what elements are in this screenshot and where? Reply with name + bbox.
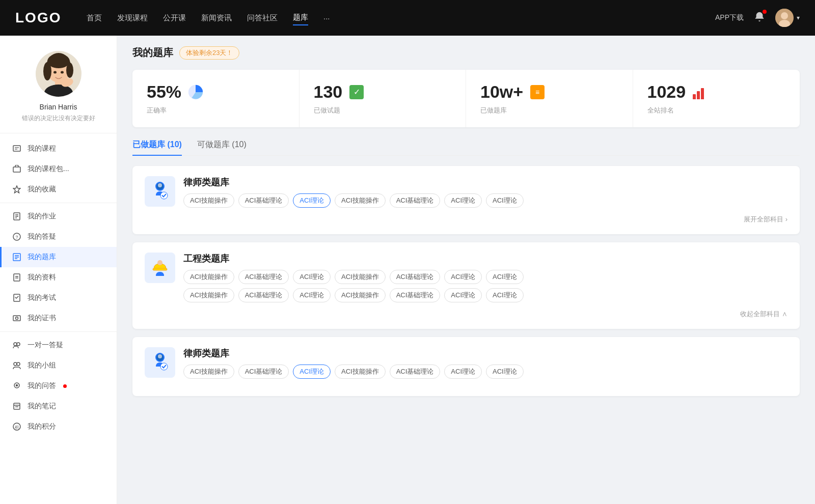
main-layout: Brian Harris 错误的决定比没有决定要好 我的课程 我的课程包... [0,36,815,504]
svg-point-36 [17,343,20,346]
tag-2-8[interactable]: ACI技能操作 [183,288,234,302]
qbank-info-2: 工程类题库 ACI技能操作 ACI基础理论 ACI理论 ACI技能操作 ACI基… [183,253,787,302]
sidebar-item-oneone[interactable]: 一对一答疑 [0,335,117,355]
qbank-icon [12,253,21,262]
svg-point-38 [17,362,20,366]
tag-2-14[interactable]: ACI理论 [486,288,524,302]
qbank-tags-2-row1: ACI技能操作 ACI基础理论 ACI理论 ACI技能操作 ACI基础理论 AC… [183,270,787,284]
tab-available-banks[interactable]: 可做题库 (10) [197,139,247,155]
tag-3-1[interactable]: ACI技能操作 [183,365,234,379]
tag-1-7[interactable]: ACI理论 [486,193,524,208]
tag-2-11[interactable]: ACI技能操作 [335,288,386,302]
svg-point-51 [157,260,162,265]
tag-1-3[interactable]: ACI理论 [293,193,331,208]
qa-badge [63,384,67,388]
tag-3-7[interactable]: ACI理论 [486,365,524,379]
svg-point-6 [47,54,70,68]
tag-3-4[interactable]: ACI技能操作 [335,365,386,379]
sidebar-label-group: 我的小组 [28,361,56,370]
sidebar-item-package[interactable]: 我的课程包... [0,159,117,179]
qbank-info-1: 律师类题库 ACI技能操作 ACI基础理论 ACI理论 ACI技能操作 ACI基… [183,176,787,208]
svg-point-8 [66,63,73,78]
sidebar-item-course[interactable]: 我的课程 [0,138,117,159]
tab-done-banks[interactable]: 已做题库 (10) [132,139,182,155]
qbank-header-2: 工程类题库 ACI技能操作 ACI基础理论 ACI理论 ACI技能操作 ACI基… [145,253,787,302]
stat-rank: 1029 全站排名 [633,70,800,127]
nav-qbank[interactable]: 题库 [293,11,308,25]
sidebar-item-group[interactable]: 我的小组 [0,355,117,376]
qbank-tags-2-row2: ACI技能操作 ACI基础理论 ACI理论 ACI技能操作 ACI基础理论 AC… [183,288,787,302]
collapse-link-2[interactable]: 收起全部科目 ∧ [740,310,787,319]
sidebar-label-qa-personal: 我的答疑 [28,232,56,241]
page-title: 我的题库 [132,46,173,60]
qbank-info-3: 律师类题库 ACI技能操作 ACI基础理论 ACI理论 ACI技能操作 ACI基… [183,347,787,379]
nav-open-course[interactable]: 公开课 [163,11,186,25]
stat-accuracy: 55% 正确率 [132,70,300,127]
stat-value-banks: 10w+ [480,82,523,102]
tag-2-6[interactable]: ACI理论 [444,270,482,284]
svg-point-35 [14,343,17,346]
app-download-link[interactable]: APP下载 [715,13,744,22]
sidebar-item-notes[interactable]: 我的笔记 [0,396,117,416]
expand-link-1[interactable]: 展开全部科目 › [744,215,787,224]
stat-done-questions: 130 ✓ 已做试题 [300,70,467,127]
tag-3-6[interactable]: ACI理论 [444,365,482,379]
tag-1-5[interactable]: ACI基础理论 [390,193,441,208]
sidebar-item-qbank[interactable]: 我的题库 [0,247,117,267]
tag-2-7[interactable]: ACI理论 [486,270,524,284]
sidebar-label-favorites: 我的收藏 [28,185,56,194]
tag-1-6[interactable]: ACI理论 [444,193,482,208]
qa-icon [12,381,21,390]
stat-label-accuracy: 正确率 [147,106,285,115]
tag-3-5[interactable]: ACI基础理论 [390,365,441,379]
logo[interactable]: LOGO [15,10,66,26]
sidebar-item-homework[interactable]: 我的作业 [0,206,117,227]
user-avatar-menu[interactable]: ▾ [775,9,800,27]
tag-2-12[interactable]: ACI基础理论 [390,288,441,302]
sidebar-item-resources[interactable]: 我的资料 [0,267,117,288]
tag-1-2[interactable]: ACI基础理论 [238,193,289,208]
sidebar-label-package: 我的课程包... [28,164,69,174]
qbank-section-lawyer-1: 律师类题库 ACI技能操作 ACI基础理论 ACI理论 ACI技能操作 ACI基… [132,166,800,234]
tag-2-2[interactable]: ACI基础理论 [238,270,289,284]
tag-1-1[interactable]: ACI技能操作 [183,193,234,208]
tag-2-13[interactable]: ACI理论 [444,288,482,302]
points-icon: 积 [12,422,21,431]
tag-2-1[interactable]: ACI技能操作 [183,270,234,284]
notification-badge [763,10,767,14]
sidebar-item-qa-posts[interactable]: 我的问答 [0,376,117,396]
nav-home[interactable]: 首页 [87,11,102,25]
tag-3-2[interactable]: ACI基础理论 [238,365,289,379]
sidebar-item-points[interactable]: 积 我的积分 [0,416,117,437]
sidebar-label-resources: 我的资料 [28,273,56,282]
svg-marker-18 [13,186,20,193]
svg-text:?: ? [15,235,18,240]
trial-badge: 体验剩余23天！ [179,46,239,60]
notification-bell[interactable] [754,11,765,24]
tag-2-10[interactable]: ACI理论 [293,288,331,302]
sidebar-item-cert[interactable]: 我的证书 [0,308,117,328]
nav-courses[interactable]: 发现课程 [117,11,148,25]
tag-3-3[interactable]: ACI理论 [293,365,331,379]
nav-qa[interactable]: 问答社区 [247,11,278,25]
tag-1-4[interactable]: ACI技能操作 [335,193,386,208]
stat-label-done: 已做试题 [314,106,452,115]
sidebar-label-course: 我的课程 [28,144,56,153]
profile-avatar [36,51,82,97]
sidebar-item-favorites[interactable]: 我的收藏 [0,179,117,200]
lawyer-icon-2 [145,347,175,378]
sidebar-item-qa-personal[interactable]: ? 我的答疑 [0,227,117,247]
tabs-row: 已做题库 (10) 可做题库 (10) [132,139,800,156]
nav-news[interactable]: 新闻资讯 [201,11,232,25]
engineer-icon [145,253,175,283]
sidebar-item-exam[interactable]: 我的考试 [0,288,117,308]
nav-right: APP下载 ▾ [715,9,800,27]
pie-chart-icon [186,83,205,101]
qbank-name-2: 工程类题库 [183,253,787,265]
main-content: 我的题库 体验剩余23天！ 55% 正确率 [117,36,815,504]
tag-2-5[interactable]: ACI基础理论 [390,270,441,284]
nav-more[interactable]: ··· [323,12,330,24]
tag-2-9[interactable]: ACI基础理论 [238,288,289,302]
tag-2-3[interactable]: ACI理论 [293,270,331,284]
tag-2-4[interactable]: ACI技能操作 [335,270,386,284]
